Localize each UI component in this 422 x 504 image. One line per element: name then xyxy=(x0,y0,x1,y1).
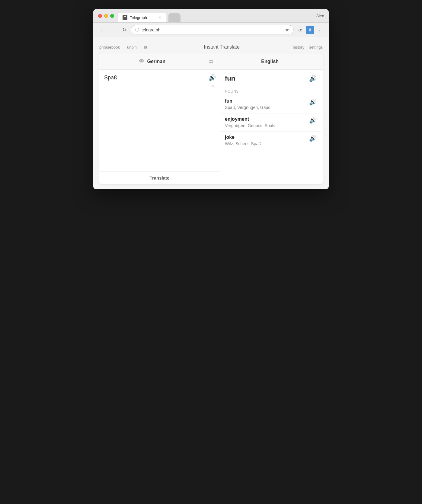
url-text: telegra.ph xyxy=(142,27,283,32)
new-tab-area xyxy=(168,13,181,22)
eye-icon: 👁 xyxy=(139,58,144,65)
forward-button[interactable]: → xyxy=(109,26,117,34)
address-bar: ← → ↻ ⓘ telegra.ph ★ æ it ⋮ xyxy=(93,23,329,37)
results-scroll-area[interactable]: fun 🔊 NOUNS fun Spaß, Vergnügen, Gaudi xyxy=(220,70,323,184)
source-language-label: German xyxy=(147,59,165,64)
swap-languages-button[interactable]: ⇄ xyxy=(205,53,217,69)
browser-menu-button[interactable]: ⋮ xyxy=(315,26,324,34)
tab-title: Telegraph xyxy=(130,15,147,20)
source-audio-button[interactable]: 🔊 xyxy=(209,74,216,81)
nav-right-actions: history settings xyxy=(293,45,323,49)
active-tab[interactable]: T Telegraph × xyxy=(118,13,166,22)
synonym-subs-fun: Spaß, Vergnügen, Gaudi xyxy=(225,105,271,110)
source-panel: Spaß 🔊 ✕ Translate xyxy=(99,70,220,184)
bookmark-icon[interactable]: ★ xyxy=(285,27,289,33)
primary-translation-word: fun xyxy=(225,75,235,82)
primary-result: fun 🔊 xyxy=(220,70,321,86)
swap-icon: ⇄ xyxy=(209,58,213,65)
nav-menu: phrasebook unpin ht Instant Translate hi… xyxy=(99,42,323,53)
ae-extension-button[interactable]: æ xyxy=(296,26,305,34)
language-bar: 👁 German ⇄ English xyxy=(99,53,323,70)
synonym-word-enjoyment: enjoyment xyxy=(225,116,309,122)
source-text-input[interactable]: Spaß xyxy=(104,75,215,81)
tab-bar: T Telegraph × xyxy=(118,13,313,22)
synonym-entry-fun: fun Spaß, Vergnügen, Gaudi 🔊 xyxy=(220,95,321,113)
translate-button-row: Translate xyxy=(99,171,220,184)
phrasebook-link[interactable]: phrasebook xyxy=(99,45,123,49)
title-bar: T Telegraph × Alex xyxy=(93,9,329,23)
unpin-link[interactable]: unpin xyxy=(123,45,140,49)
settings-link[interactable]: settings xyxy=(309,45,323,49)
tab-close-icon[interactable]: × xyxy=(159,15,161,20)
translator-card: 👁 German ⇄ English Spaß 🔊 ✕ xyxy=(99,53,323,184)
results-panel: fun 🔊 NOUNS fun Spaß, Vergnügen, Gaudi xyxy=(220,70,323,184)
source-language-button[interactable]: 👁 German xyxy=(99,53,205,69)
history-link[interactable]: history xyxy=(293,45,304,49)
synonym-subs-enjoyment: Vergnügen, Genuss, Spaß xyxy=(225,123,275,128)
synonym-entry-enjoyment: enjoyment Vergnügen, Genuss, Spaß 🔊 xyxy=(220,113,321,132)
close-button[interactable] xyxy=(98,14,102,18)
translate-button[interactable]: Translate xyxy=(104,175,215,180)
nouns-section: NOUNS fun Spaß, Vergnügen, Gaudi 🔊 xyxy=(220,86,321,149)
it-extension-button[interactable]: it xyxy=(306,26,314,34)
target-language-button[interactable]: English xyxy=(217,53,323,69)
clear-input-button[interactable]: ✕ xyxy=(211,84,215,89)
browser-window: T Telegraph × Alex ← → ↻ ⓘ telegra.ph ★ … xyxy=(93,9,329,189)
minimize-button[interactable] xyxy=(104,14,108,18)
user-name: Alex xyxy=(316,14,324,22)
synonym-word-joke: joke xyxy=(225,135,309,140)
maximize-button[interactable] xyxy=(110,14,114,18)
reload-button[interactable]: ↻ xyxy=(120,26,128,34)
synonym-subs-joke: Witz, Scherz, Spaß xyxy=(225,141,261,146)
synonym-word-fun: fun xyxy=(225,98,309,104)
url-bar[interactable]: ⓘ telegra.ph ★ xyxy=(131,25,294,34)
popup-content: phrasebook unpin ht Instant Translate hi… xyxy=(93,37,329,189)
synonym-entry-joke: joke Witz, Scherz, Spaß 🔊 xyxy=(220,132,321,149)
joke-audio-button[interactable]: 🔊 xyxy=(309,135,317,142)
synonym-content-fun: fun Spaß, Vergnügen, Gaudi xyxy=(225,98,309,110)
nouns-section-label: NOUNS xyxy=(220,86,321,95)
browser-actions: æ it ⋮ xyxy=(296,26,324,34)
enjoyment-audio-button[interactable]: 🔊 xyxy=(309,116,317,124)
synonym-content-enjoyment: enjoyment Vergnügen, Genuss, Spaß xyxy=(225,116,309,128)
app-title: Instant Translate xyxy=(151,44,293,50)
ht-link[interactable]: ht xyxy=(140,45,151,49)
translation-area: Spaß 🔊 ✕ Translate fun 🔊 xyxy=(99,70,323,184)
result-audio-button[interactable]: 🔊 xyxy=(309,75,317,82)
fun-audio-button[interactable]: 🔊 xyxy=(309,98,317,106)
traffic-lights xyxy=(98,14,114,21)
target-language-label: English xyxy=(261,59,279,64)
back-button[interactable]: ← xyxy=(98,26,107,34)
security-icon: ⓘ xyxy=(135,27,139,33)
synonym-content-joke: joke Witz, Scherz, Spaß xyxy=(225,135,309,146)
tab-favicon: T xyxy=(123,15,127,20)
source-input-area: Spaß 🔊 ✕ xyxy=(99,70,220,171)
